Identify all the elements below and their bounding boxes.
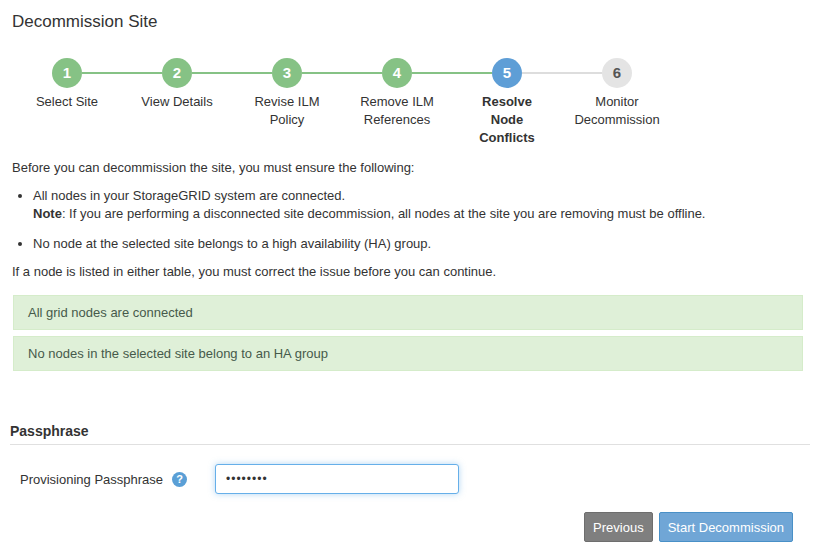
requirement-item-ha-group: No node at the selected site belongs to … bbox=[33, 235, 818, 253]
step-circle-6: 6 bbox=[602, 58, 632, 88]
status-banner-no-ha-group: No nodes in the selected site belong to … bbox=[13, 336, 803, 371]
requirement-note: Note: If you are performing a disconnect… bbox=[33, 205, 818, 223]
status-banner-text: All grid nodes are connected bbox=[28, 305, 193, 320]
intro-paragraph: Before you can decommission the site, yo… bbox=[12, 159, 818, 177]
help-question-icon[interactable]: ? bbox=[172, 472, 187, 487]
provisioning-passphrase-input[interactable] bbox=[215, 464, 459, 494]
step-label-monitor-decommission: Monitor Decommission bbox=[562, 93, 672, 129]
closing-paragraph: If a node is listed in either table, you… bbox=[12, 263, 818, 281]
step-label-remove-ilm-references: Remove ILM References bbox=[342, 93, 452, 129]
step-circle-3: 3 bbox=[272, 58, 302, 88]
step-connector-3-4 bbox=[302, 72, 382, 74]
step-circle-1: 1 bbox=[52, 58, 82, 88]
note-label: Note bbox=[33, 206, 62, 221]
requirement-text: No node at the selected site belongs to … bbox=[33, 235, 818, 253]
step-connector-4-5 bbox=[412, 72, 492, 74]
step-circle-5: 5 bbox=[492, 58, 522, 88]
step-label-view-details: View Details bbox=[122, 93, 232, 111]
step-label-revise-ilm-policy: Revise ILM Policy bbox=[232, 93, 342, 129]
status-banner-text: No nodes in the selected site belong to … bbox=[28, 346, 328, 361]
action-buttons: Previous Start Decommission bbox=[0, 512, 793, 542]
decommission-site-page: Decommission Site 1 Select Site 2 View D… bbox=[0, 12, 818, 557]
previous-button[interactable]: Previous bbox=[584, 512, 653, 542]
step-circle-4: 4 bbox=[382, 58, 412, 88]
passphrase-section-heading: Passphrase bbox=[10, 423, 810, 445]
step-label-select-site: Select Site bbox=[12, 93, 122, 111]
step-connector-2-3 bbox=[192, 72, 272, 74]
page-title: Decommission Site bbox=[12, 12, 818, 32]
note-text: : If you are performing a disconnected s… bbox=[62, 206, 706, 221]
requirement-text: All nodes in your StorageGRID system are… bbox=[33, 187, 818, 205]
step-circle-2: 2 bbox=[162, 58, 192, 88]
requirements-list: All nodes in your StorageGRID system are… bbox=[0, 187, 818, 253]
requirement-item-connected: All nodes in your StorageGRID system are… bbox=[33, 187, 818, 223]
step-connector-1-2 bbox=[82, 72, 162, 74]
provisioning-passphrase-row: Provisioning Passphrase ? bbox=[20, 464, 818, 494]
step-connector-5-6 bbox=[522, 72, 602, 74]
provisioning-passphrase-label: Provisioning Passphrase bbox=[20, 472, 172, 487]
wizard-stepper: 1 Select Site 2 View Details 3 Revise IL… bbox=[12, 58, 672, 147]
step-label-resolve-node-conflicts: Resolve Node Conflicts bbox=[452, 93, 562, 147]
status-banner-grid-nodes-connected: All grid nodes are connected bbox=[13, 295, 803, 330]
start-decommission-button[interactable]: Start Decommission bbox=[659, 512, 793, 542]
